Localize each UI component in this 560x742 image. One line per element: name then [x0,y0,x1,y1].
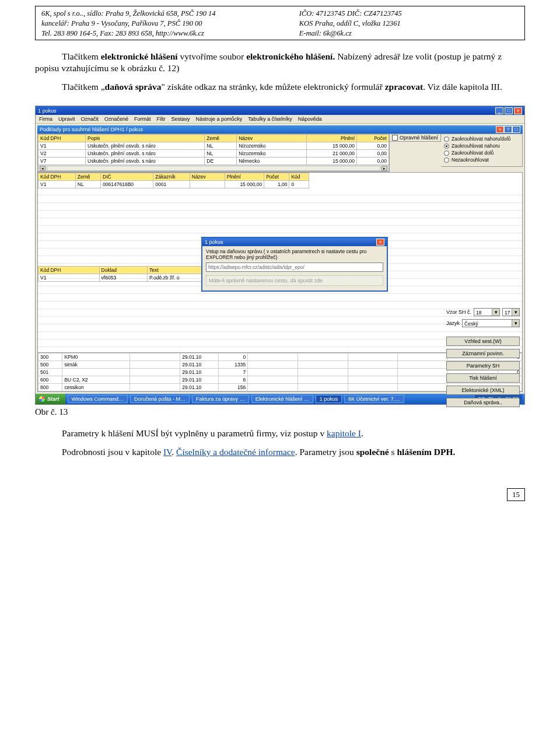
table-row[interactable]: V7Uskutečn. plnění osvob. s nároDENěmeck… [38,158,389,165]
col-nazev[interactable]: Název [190,173,225,181]
opravne-hlaseni-checkbox[interactable]: Opravné hlášení [390,134,441,142]
scroll-left-icon[interactable]: ◂ [40,166,46,171]
app-titlebar[interactable]: 1 pokus _ □ × [36,106,524,115]
vzor-combo-2[interactable]: 17 [502,308,520,316]
child-help-icon[interactable]: ? [504,126,512,133]
task-item[interactable]: Doručená pošta - M… [130,395,190,403]
child-max-icon[interactable]: □ [512,126,520,133]
menu-firma[interactable]: Firma [39,116,52,122]
child-title: Podklady pro souhrné hlášení DPH1 / poku… [40,127,143,132]
menu-oznacene[interactable]: Označené [104,116,128,122]
header-r3: E-mail: 6k@6k.cz [299,29,519,38]
btn-tisk[interactable]: Tisk hlášení [446,373,520,383]
menu-tabulky[interactable]: Tabulky a číselníky [248,116,292,122]
col-kod[interactable]: Kód DPH [38,173,76,181]
col-plneni[interactable]: Plnění [307,135,357,142]
summary-table[interactable]: Kód DPH Popis Země Název Plnění Počet V1… [38,134,389,165]
col-zeme[interactable]: Země [75,173,100,181]
paragraph-4: Podrobnosti jsou v kapitole IV. Číselník… [35,446,525,458]
col-kod[interactable]: Kód DPH [38,267,100,274]
sheet-area: Kód DPH Země DIČ Zákazník Název Plnění P… [37,172,523,353]
radio-dolu[interactable] [444,150,449,156]
task-item[interactable]: Faktura za úpravy … [192,395,249,403]
maximize-icon[interactable]: □ [505,107,513,114]
header-l2: kancelář: Praha 9 - Vysočany, Paříkova 7… [41,19,289,29]
radio-nahoru[interactable] [444,144,449,149]
col-pocet[interactable]: Počet [264,173,289,181]
detail-table[interactable]: Kód DPH Země DIČ Zákazník Název Plnění P… [38,173,309,188]
table-row[interactable]: V1 NL 006147616B0 0001 15 000,00 1,00 0 [38,181,309,188]
link-kapitola-i[interactable]: kapitole I [327,428,361,438]
menu-format[interactable]: Formát [134,116,151,122]
header-l1: 6K, spol s r.o.., sídlo: Praha 9, Želkov… [41,9,289,19]
btn-xml[interactable]: Elektonické (XML) [446,386,520,395]
paragraph-2: Tlačítkem „daňová správa" získáte odkaz … [35,81,525,93]
scroll-right-icon[interactable]: ▸ [382,166,387,171]
task-item[interactable]: 6K Účetnictví ver. 7.… [344,395,404,403]
paragraph-3: Parametry k hlášení MUSÍ být vyplněny u … [35,428,525,439]
danova-sprava-dialog[interactable]: 1 pokus × Vstup na daňovou správu ( v os… [201,237,388,292]
col-kod2[interactable]: Kód [289,173,309,181]
col-zeme[interactable]: Země [205,135,237,142]
letterhead: 6K, spol s r.o.., sídlo: Praha 9, Želkov… [35,6,525,40]
menu-napoveda[interactable]: Nápověda [298,116,322,122]
menu-bar: Firma Upravit Označit Označené Formát Fi… [36,115,524,124]
col-popis[interactable]: Popis [86,135,205,142]
paragraph-1: Tlačítkem elektronické hlášení vytvoříme… [35,51,525,74]
link-ciselniky[interactable]: Číselníky a dodatečné informace [176,447,295,457]
menu-filtr[interactable]: Filtr [157,116,166,122]
rounding-panel: Zaokrouhlovat nahoru/dolů Zaokrouhlovat … [441,134,523,167]
col-zakaznik[interactable]: Zákazník [153,173,190,181]
radio-ne[interactable] [444,158,449,163]
screenshot-window: 1 pokus _ □ × Firma Upravit Označit Ozna… [35,106,525,405]
col-plneni[interactable]: Plnění [225,173,264,181]
btn-vzhled[interactable]: Vzhled sest.(W) [446,337,520,346]
menu-sestavy[interactable]: Sestavy [172,116,190,122]
task-item[interactable]: Elektronické hlášení … [251,395,313,403]
dialog-prompt: Vstup na daňovou správu ( v ostatních pa… [206,249,383,260]
scroll-track[interactable] [47,166,380,171]
table-row[interactable]: V2Uskutečn. plnění osvob. s nároNLNizoze… [38,150,389,158]
page-number: 15 [507,488,525,501]
side-controls: Vzor SH č. 18 17 Jazyk Český Vzhled sest… [446,308,520,407]
jazyk-label: Jazyk [446,320,460,326]
task-item[interactable]: Windows Command… [68,395,128,403]
col-kod[interactable]: Kód DPH [38,135,86,142]
col-dic[interactable]: DIČ [101,173,153,181]
dialog-close-icon[interactable]: × [376,239,384,246]
col-nazev[interactable]: Název [237,135,307,142]
minimize-icon[interactable]: _ [495,107,503,114]
vzor-label: Vzor SH č. [446,309,471,315]
url-input[interactable]: https://adisepo.mfcr.cz/adistc/adis/idpr… [206,262,383,272]
task-item-active[interactable]: 1 pokus [316,395,342,403]
dialog-title: 1 pokus [205,239,223,245]
windows-logo-icon [39,396,45,402]
btn-dan[interactable]: Daňová správa.. [446,398,520,407]
col-pocet[interactable]: Počet [357,135,389,142]
menu-nastroje[interactable]: Nástroje a pomůcky [196,116,243,122]
link-kapitola-iv[interactable]: IV [163,447,172,457]
menu-oznacit[interactable]: Označit [81,116,99,122]
vzor-combo-1[interactable]: 18 [474,308,500,316]
btn-zaznam[interactable]: Záznamní povinn. [446,349,520,358]
start-button[interactable]: Start [36,394,65,404]
header-r1: IČO: 47123745 DIČ: CZ47123745 [299,9,519,19]
checkbox-icon[interactable] [392,135,398,141]
btn-param[interactable]: Parametry SH [446,361,520,370]
child-window-titlebar[interactable]: Podklady pro souhrné hlášení DPH1 / poku… [37,125,523,134]
jazyk-combo[interactable]: Český [462,319,520,327]
table-row[interactable]: V1Uskutečn. plnění osvob. s nároNLNizoze… [38,142,389,150]
app-title: 1 pokus [38,108,57,114]
radio-updn[interactable] [444,136,449,142]
h-scrollbar[interactable]: ◂ ▸ [38,165,389,172]
col-doklad[interactable]: Doklad [99,267,148,274]
child-close-icon[interactable]: × [496,126,504,133]
dialog-hint[interactable]: Máte-li správně nastavenou cestu, dá spu… [206,275,383,286]
close-icon[interactable]: × [514,107,522,114]
menu-upravit[interactable]: Upravit [58,116,75,122]
header-r2: KOS Praha, oddíl C, vložka 12361 [299,19,519,29]
header-l3: Tel. 283 890 164-5, Fax: 283 893 658, ht… [41,29,289,38]
figure-caption: Obr č. 13 [35,407,525,417]
